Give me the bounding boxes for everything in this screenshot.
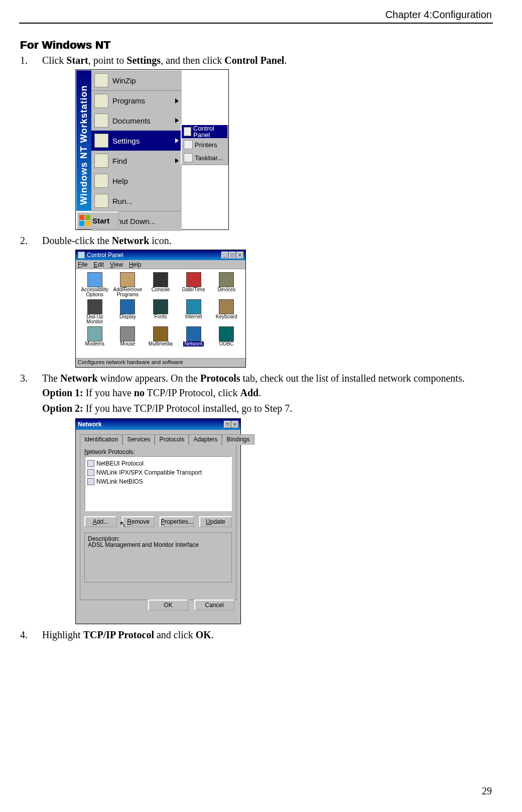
cp-icon: [186, 272, 201, 287]
close-button[interactable]: ×: [231, 421, 238, 428]
start-menu-sidebar: Windows NT Workstation: [76, 70, 91, 211]
step-4-text: Highlight TCP/IP Protocol and click OK.: [42, 629, 492, 641]
add-button[interactable]: Add...: [84, 516, 117, 527]
menu-file[interactable]: File: [78, 262, 87, 268]
start-item-help[interactable]: Help: [91, 171, 182, 191]
control-panel-item[interactable]: Date/Time: [178, 272, 210, 298]
chapter-heading: Chapter 4:Configuration: [0, 9, 522, 21]
control-panel-item[interactable]: Mouse: [112, 326, 144, 353]
tab-adapters[interactable]: Adapters: [189, 434, 222, 445]
step-number: 4.: [20, 629, 42, 641]
close-button[interactable]: ×: [236, 252, 243, 259]
ok-button[interactable]: OK: [148, 600, 188, 611]
submenu-printers[interactable]: Printers: [182, 138, 227, 151]
printers-icon: [184, 140, 193, 149]
cp-icon: [87, 272, 102, 287]
tab-identification[interactable]: Identification: [80, 434, 122, 445]
control-panel-item[interactable]: Network: [178, 326, 210, 353]
cp-label: Mouse: [120, 341, 135, 346]
help-button[interactable]: ?: [224, 421, 231, 428]
control-panel-item[interactable]: Devices: [210, 272, 242, 298]
tab-bindings[interactable]: Bindings: [222, 434, 254, 445]
control-panel-item[interactable]: Accessibility Options: [79, 272, 111, 298]
start-item-documents[interactable]: Documents: [91, 110, 182, 131]
cp-icon: [153, 299, 168, 314]
menu-view[interactable]: View: [110, 262, 123, 268]
menu-edit[interactable]: Edit: [93, 262, 104, 268]
start-item-winzip[interactable]: WinZip: [91, 70, 182, 90]
control-panel-item[interactable]: Modems: [79, 326, 111, 353]
cp-label: Accessibility Options: [79, 287, 111, 297]
control-panel-item[interactable]: Display: [112, 299, 144, 325]
figure-control-panel: Control Panel _ □ × File Edit View Help …: [75, 250, 492, 368]
control-panel-item[interactable]: Internet: [178, 299, 210, 325]
settings-icon: [94, 134, 108, 148]
tab-protocols[interactable]: Protocols: [155, 434, 189, 445]
control-panel-item[interactable]: Add/Remove Programs: [112, 272, 144, 298]
run-icon: [94, 194, 108, 208]
option-1: Option 1: If you have no TCP/IP Protocol…: [42, 387, 492, 399]
protocol-icon: [87, 469, 94, 476]
properties-button[interactable]: Properties...: [160, 516, 194, 527]
submenu-taskbar[interactable]: Taskbar...: [182, 151, 227, 164]
documents-icon: [94, 113, 108, 128]
start-item-settings[interactable]: Settings: [91, 131, 182, 151]
cp-label: Date/Time: [182, 287, 205, 292]
list-item[interactable]: NetBEUI Protocol: [87, 459, 229, 468]
cancel-button[interactable]: Cancel: [194, 600, 234, 611]
arrow-right-icon: [175, 98, 179, 103]
cp-icon: [186, 326, 201, 341]
list-item[interactable]: NWLink NetBIOS: [87, 477, 229, 486]
cp-icon: [120, 326, 135, 341]
tab-services[interactable]: Services: [122, 434, 155, 445]
cp-icon: [120, 272, 135, 287]
windows-logo-icon: [79, 215, 90, 226]
cursor-icon: ↖: [119, 520, 126, 528]
control-panel-item[interactable]: ODBC: [210, 326, 242, 353]
option-2: Option 2: If you have TCP/IP Protocol in…: [42, 403, 492, 414]
arrow-right-icon: [175, 158, 179, 163]
minimize-button[interactable]: _: [221, 252, 228, 259]
control-panel-item[interactable]: Multimedia: [145, 326, 177, 353]
control-panel-icon: [184, 127, 191, 136]
cp-icon: [186, 299, 201, 314]
taskbar-icon: [184, 153, 193, 162]
remove-button[interactable]: Remove: [122, 516, 155, 527]
cp-label: Modems: [85, 341, 104, 346]
list-item[interactable]: NWLink IPX/SPX Compatible Transport: [87, 468, 229, 477]
start-button[interactable]: Start: [76, 211, 119, 229]
step-number: 2.: [20, 235, 42, 247]
description-group: Description: ADSL Management and Monitor…: [84, 532, 232, 583]
cp-label: Fonts: [154, 314, 167, 319]
start-item-run[interactable]: Run...: [91, 191, 182, 211]
cp-label: Internet: [185, 314, 202, 319]
status-bar: Configures network hardware and software: [76, 358, 245, 367]
start-item-programs[interactable]: Programs: [91, 90, 182, 110]
protocol-icon: [87, 460, 94, 467]
figure-network-dialog: Network ? × Identification Services Prot…: [75, 418, 492, 624]
start-item-find[interactable]: Find: [91, 151, 182, 171]
update-button[interactable]: Update: [199, 516, 232, 527]
network-protocols-label: Network Protocols:: [84, 449, 232, 455]
window-icon: [78, 252, 85, 259]
settings-submenu: Control Panel Printers Taskbar...: [181, 124, 228, 165]
control-panel-item[interactable]: Dial-Up Monitor: [79, 299, 111, 325]
page-number: 29: [482, 785, 492, 797]
protocols-listbox[interactable]: NetBEUI Protocol NWLink IPX/SPX Compatib…: [84, 456, 232, 511]
control-panel-item[interactable]: Console: [145, 272, 177, 298]
cp-icon: [219, 299, 234, 314]
control-panel-item[interactable]: Keyboard: [210, 299, 242, 325]
submenu-control-panel[interactable]: Control Panel: [182, 125, 227, 138]
step-number: 3.: [20, 373, 42, 384]
step-number: 1.: [20, 55, 42, 66]
menu-bar: File Edit View Help: [76, 260, 245, 269]
cp-label: Multimedia: [149, 341, 173, 346]
cp-label: Keyboard: [216, 314, 237, 319]
cp-label: Network: [183, 341, 204, 346]
cp-icon: [219, 326, 234, 341]
control-panel-icon-area: Accessibility OptionsAdd/Remove Programs…: [76, 269, 245, 358]
menu-help[interactable]: Help: [129, 262, 142, 268]
maximize-button[interactable]: □: [229, 252, 236, 259]
tab-strip: Identification Services Protocols Adapte…: [80, 434, 236, 444]
control-panel-item[interactable]: Fonts: [145, 299, 177, 325]
